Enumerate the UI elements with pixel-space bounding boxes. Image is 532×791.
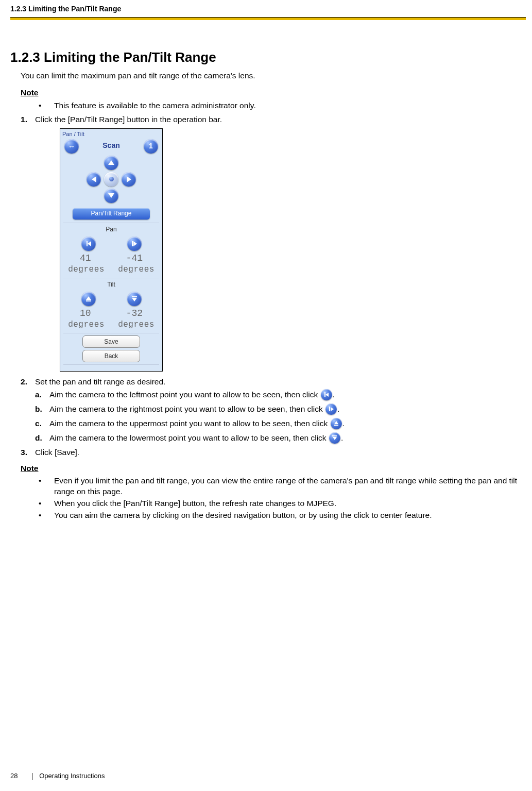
pan-right-limit-icon (325, 403, 337, 415)
note-2-list: Even if you limit the pan and tilt range… (39, 476, 526, 521)
footer-doc-title: Operating Instructions (39, 772, 105, 780)
page-footer: 28 Operating Instructions (10, 771, 105, 781)
divider (63, 333, 159, 333)
arrow-left-icon (92, 176, 96, 182)
panel-title: Pan / Tilt (60, 129, 162, 138)
pan-right-button[interactable] (122, 172, 136, 187)
step-2: Set the pan and tilt range as desired. A… (21, 377, 526, 444)
tilt-up-unit: degrees (68, 319, 105, 331)
footer-divider (32, 773, 32, 780)
pan-limit-left-button[interactable] (81, 237, 96, 251)
step-3: Click [Save]. (21, 447, 526, 458)
note-2-item-2: When you click the [Pan/Tilt Range] butt… (39, 498, 526, 509)
scan-right-number-button[interactable]: 1 (144, 139, 158, 154)
save-button[interactable]: Save (82, 335, 140, 348)
step-2-substeps: Aim the camera to the leftmost point you… (35, 390, 526, 444)
center-button[interactable] (104, 172, 118, 187)
divider (63, 278, 159, 278)
running-head: 1.2.3 Limiting the Pan/Tilt Range (10, 4, 526, 14)
substep-b-text: Aim the camera to the rightmost point yo… (49, 405, 325, 413)
section-title: 1.2.3 Limiting the Pan/Tilt Range (10, 48, 526, 66)
tilt-section-label: Tilt (60, 280, 162, 289)
pan-tilt-panel: Pan / Tilt ↔ Scan 1 Pan/Tilt Range (60, 128, 163, 372)
divider (63, 364, 159, 365)
back-button[interactable]: Back (82, 350, 140, 362)
step-1: Click the [Pan/Tilt Range] button in the… (21, 114, 526, 372)
tilt-limit-up-button[interactable] (81, 292, 96, 306)
substep-a-period: . (333, 390, 335, 399)
tilt-down-unit: degrees (118, 319, 155, 331)
divider (63, 223, 159, 223)
note-2-item-3: You can aim the camera by clicking on th… (39, 510, 526, 521)
pan-right-value: -41 (126, 252, 143, 264)
substep-a: Aim the camera to the leftmost point you… (35, 390, 526, 401)
substep-b: Aim the camera to the rightmost point yo… (35, 404, 526, 415)
substep-b-period: . (337, 405, 339, 413)
page-number: 28 (10, 771, 25, 781)
substep-c-period: . (342, 419, 345, 428)
pan-left-value: 41 (80, 252, 91, 264)
note-label-2: Note (21, 463, 526, 474)
note-2-item-1: Even if you limit the pan and tilt range… (39, 476, 526, 497)
tilt-down-value: -32 (126, 307, 143, 319)
intro-text: You can limit the maximum pan and tilt r… (21, 71, 526, 81)
scan-left-button[interactable]: ↔ (64, 139, 79, 154)
arrow-right-icon (127, 176, 131, 182)
tilt-down-limit-icon (329, 432, 340, 444)
pan-tilt-range-button[interactable]: Pan/Tilt Range (73, 208, 150, 220)
scan-number-label: 1 (149, 141, 153, 151)
pan-left-unit: degrees (68, 264, 105, 276)
tilt-limit-down-button[interactable] (127, 292, 142, 306)
step-2-text: Set the pan and tilt range as desired. (35, 377, 165, 386)
substep-c-text: Aim the camera to the uppermost point yo… (49, 419, 330, 428)
step-1-text: Click the [Pan/Tilt Range] button in the… (35, 115, 222, 124)
substep-c: Aim the camera to the uppermost point yo… (35, 418, 526, 430)
arrow-down-icon (108, 193, 114, 198)
pan-left-limit-icon (321, 389, 332, 400)
arrow-up-icon (108, 160, 114, 165)
tilt-up-value: 10 (80, 307, 91, 319)
scan-label: Scan (102, 141, 119, 150)
step-3-text: Click [Save]. (35, 448, 79, 457)
tilt-up-limit-icon (331, 418, 342, 429)
pan-right-unit: degrees (118, 264, 155, 276)
substep-a-text: Aim the camera to the leftmost point you… (49, 390, 320, 399)
pan-limit-right-button[interactable] (127, 237, 142, 251)
note-label-1: Note (21, 88, 526, 98)
substep-d-period: . (341, 433, 343, 442)
double-arrow-left-icon: ↔ (68, 143, 75, 150)
note-1-item: This feature is available to the camera … (39, 100, 526, 111)
steps-list: Click the [Pan/Tilt Range] button in the… (21, 114, 526, 458)
pan-down-button[interactable] (104, 189, 118, 203)
pan-left-button[interactable] (87, 172, 101, 187)
note-1-list: This feature is available to the camera … (39, 100, 526, 111)
pan-section-label: Pan (60, 225, 162, 233)
substep-d: Aim the camera to the lowermost point yo… (35, 433, 526, 444)
header-rule (10, 17, 526, 20)
pan-up-button[interactable] (104, 156, 118, 170)
substep-d-text: Aim the camera to the lowermost point yo… (49, 433, 329, 442)
